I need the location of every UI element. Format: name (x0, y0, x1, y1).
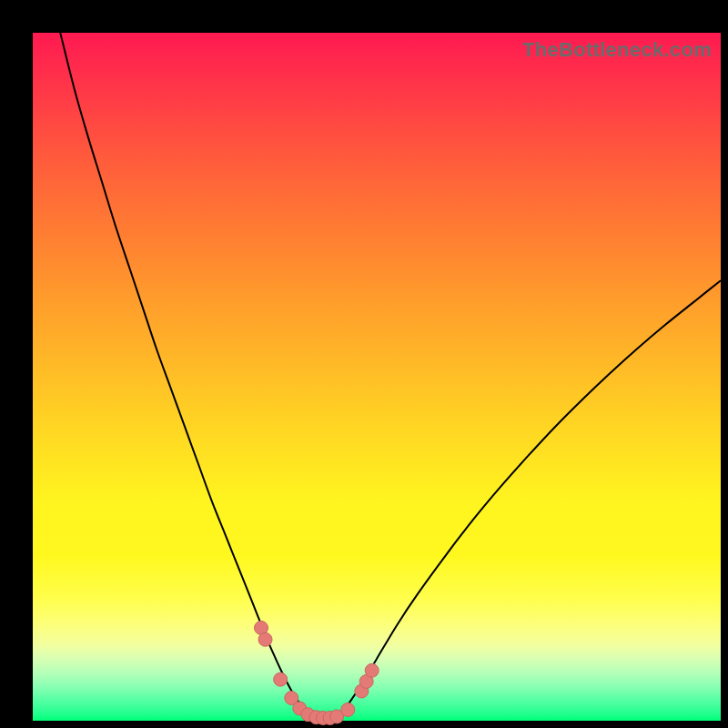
plot-area: TheBottleneck.com (33, 33, 721, 721)
highlight-dot (274, 672, 288, 686)
marker-group (254, 621, 379, 724)
right-curve-path (336, 280, 721, 717)
chart-frame: TheBottleneck.com (0, 0, 728, 728)
highlight-dot (365, 663, 379, 677)
highlight-dot (341, 703, 355, 716)
curve-layer (33, 33, 721, 721)
highlight-dot (258, 632, 272, 646)
left-curve-path (60, 33, 315, 717)
